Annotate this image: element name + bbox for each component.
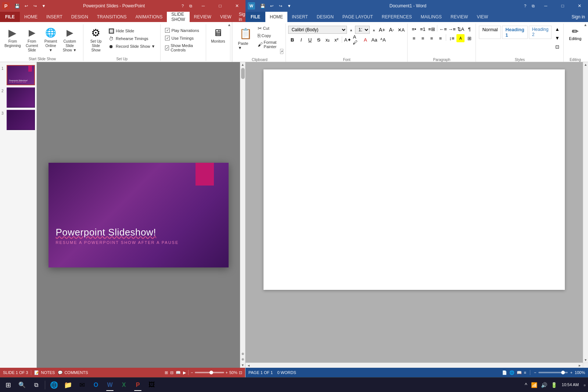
word-tab-file[interactable]: FILE <box>245 12 265 22</box>
paste-btn[interactable]: 📋 Paste ▼ <box>236 25 256 51</box>
pp-zoom-percent[interactable]: 50% <box>229 370 237 375</box>
show-media-checkbox[interactable]: ✓ <box>165 46 169 50</box>
word-help-btn[interactable]: ? <box>521 2 529 10</box>
word-view-web[interactable]: 🌐 <box>509 370 514 375</box>
pp-tab-home[interactable]: HOME <box>20 12 42 22</box>
monitors-btn[interactable]: 🖥 Monitors <box>209 26 227 45</box>
taskbar-powerpoint[interactable]: P <box>131 378 144 392</box>
justify-btn[interactable]: ≡ <box>436 34 444 42</box>
taskbar-excel[interactable]: X <box>117 378 130 392</box>
pp-tab-slideshow[interactable]: SLIDE SHOW <box>167 12 189 22</box>
align-right-btn[interactable]: ≡ <box>427 34 435 42</box>
word-scroll-up[interactable]: ▲ <box>583 62 588 67</box>
pp-tab-insert[interactable]: INSERT <box>42 12 67 22</box>
custom-slide-show-btn[interactable]: ▶ Custom SlideShow ▼ <box>59 26 80 54</box>
word-customize-btn[interactable]: ▼ <box>285 2 293 10</box>
word-scrollbar-h[interactable]: ◄ ► <box>245 363 583 368</box>
pp-maximize-btn[interactable]: □ <box>212 0 229 12</box>
scroll-down-arrow[interactable]: ▼ <box>240 363 245 368</box>
taskbar-explorer[interactable]: 📁 <box>61 378 75 392</box>
taskbar-photos[interactable]: 🖼 <box>145 378 158 392</box>
pp-view-sort[interactable]: ⊟ <box>170 370 173 375</box>
tray-battery[interactable]: 🔋 <box>550 382 558 388</box>
scroll-track[interactable] <box>240 67 245 350</box>
styles-up-btn[interactable]: ▲ <box>553 25 561 33</box>
pp-redo-btn[interactable]: ↪ <box>31 2 39 10</box>
word-tab-design[interactable]: DESIGN <box>312 12 338 22</box>
play-narrations-row[interactable]: ✓ Play Narrations <box>164 27 200 33</box>
word-hscroll-left[interactable]: ◄ <box>245 364 252 367</box>
word-sign-in[interactable]: Sign in <box>569 12 588 22</box>
slide-thumb-3[interactable] <box>7 110 35 130</box>
show-para-btn[interactable]: ¶ <box>465 25 473 33</box>
pp-view-normal[interactable]: ⊞ <box>165 370 168 375</box>
pp-tab-animations[interactable]: ANIMATIONS <box>131 12 167 22</box>
expand-arrow-2[interactable]: ⊕ <box>240 357 245 362</box>
shrink-font-btn[interactable]: A- <box>387 26 395 34</box>
pp-slide-info[interactable]: SLIDE 1 OF 3 <box>3 370 28 375</box>
pp-ribbon-collapse[interactable]: ▲ <box>227 23 231 27</box>
word-zoom-slider[interactable] <box>538 372 568 373</box>
bullets-btn[interactable]: ≡• <box>410 25 418 33</box>
sort-btn[interactable]: ⇅A <box>456 25 465 33</box>
taskbar-mail[interactable]: ✉ <box>75 378 89 392</box>
word-zoom-out[interactable]: − <box>534 370 536 375</box>
font-name-select[interactable]: Calibri (Body) <box>288 26 347 34</box>
word-minimize-btn[interactable]: ─ <box>537 0 554 12</box>
word-view-outline[interactable]: ≡ <box>524 370 526 375</box>
word-undo-btn[interactable]: ↩ <box>268 2 276 10</box>
pp-tab-file[interactable]: FILE <box>0 12 20 22</box>
numbering-btn[interactable]: ≡1 <box>419 25 427 33</box>
line-spacing-btn[interactable]: ↕≡ <box>448 34 456 42</box>
from-beginning-btn[interactable]: ▶ FromBeginning <box>4 26 21 49</box>
font-size-select[interactable]: 11 <box>355 26 370 34</box>
decrease-indent-btn[interactable]: ←≡ <box>439 25 447 33</box>
word-tab-review[interactable]: REVIEW <box>446 12 472 22</box>
word-page[interactable] <box>263 69 565 290</box>
cut-btn[interactable]: ✂ Cut <box>257 25 279 32</box>
word-ribbon-collapse[interactable]: ▲ <box>584 23 587 27</box>
style-heading2[interactable]: Heading 2 <box>529 26 552 39</box>
multilevel-btn[interactable]: ≡⊞ <box>427 25 435 33</box>
present-online-btn[interactable]: 🌐 PresentOnline ▼ <box>43 26 59 54</box>
word-close-btn[interactable]: ✕ <box>571 0 588 12</box>
pp-fit-slide[interactable]: ⊡ <box>239 370 242 375</box>
subscript-btn[interactable]: x₂ <box>323 36 331 44</box>
word-tab-pagelayout[interactable]: PAGE LAYOUT <box>338 12 377 22</box>
clear-format-btn[interactable]: ✕A <box>397 26 405 34</box>
grow-font-btn[interactable]: A+ <box>378 26 386 34</box>
shading-btn[interactable]: A <box>456 34 465 42</box>
use-timings-checkbox[interactable]: ✓ <box>165 36 170 40</box>
pp-save-btn[interactable]: 💾 <box>13 2 21 10</box>
pp-customize-btn[interactable]: ▼ <box>40 2 48 10</box>
editing-btn[interactable]: ✏ Editing <box>566 26 584 42</box>
task-view-btn[interactable]: ⧉ <box>29 378 43 392</box>
show-media-controls-row[interactable]: ✓ Show Media Controls <box>164 43 203 53</box>
pp-tab-transitions[interactable]: TRANSITIONS <box>93 12 131 22</box>
pp-view-reading[interactable]: 📖 <box>176 370 181 375</box>
word-maximize-btn[interactable]: □ <box>554 0 571 12</box>
word-zoom-percent[interactable]: 100% <box>575 370 585 375</box>
search-btn[interactable]: 🔍 <box>15 378 29 392</box>
word-view-print[interactable]: 📄 <box>502 370 507 375</box>
tray-volume[interactable]: 🔊 <box>540 382 548 388</box>
rehearse-timings-btn[interactable]: ⏱ Rehearse Timings <box>106 35 158 42</box>
word-tab-insert[interactable]: INSERT <box>287 12 312 22</box>
taskbar-outlook[interactable]: O <box>89 378 103 392</box>
set-up-slide-show-btn[interactable]: ⚙ Set UpSlide Show <box>86 26 105 54</box>
word-tab-mailings[interactable]: MAILINGS <box>416 12 446 22</box>
slide-thumb-2[interactable] <box>7 87 35 108</box>
record-slide-show-btn[interactable]: ⏺ Record Slide Show ▼ <box>106 43 158 50</box>
pp-zoom-in[interactable]: + <box>226 370 228 375</box>
font-name-expand[interactable]: ▲ <box>348 27 354 32</box>
show-desktop-btn[interactable]: ▫ <box>582 382 587 388</box>
word-tab-home[interactable]: HOME <box>265 12 287 22</box>
scroll-thumb[interactable] <box>241 68 245 79</box>
pp-zoom-slider[interactable] <box>195 372 224 373</box>
italic-btn[interactable]: I <box>297 36 305 44</box>
font-color-btn[interactable]: A <box>361 36 369 44</box>
increase-indent-btn[interactable]: →≡ <box>448 25 456 33</box>
bold-btn[interactable]: B <box>288 36 296 44</box>
main-slide[interactable]: Powerpoint Slideshow! RESUME A POWERPOIN… <box>49 163 229 267</box>
styles-down-btn[interactable]: ▼ <box>553 34 561 42</box>
